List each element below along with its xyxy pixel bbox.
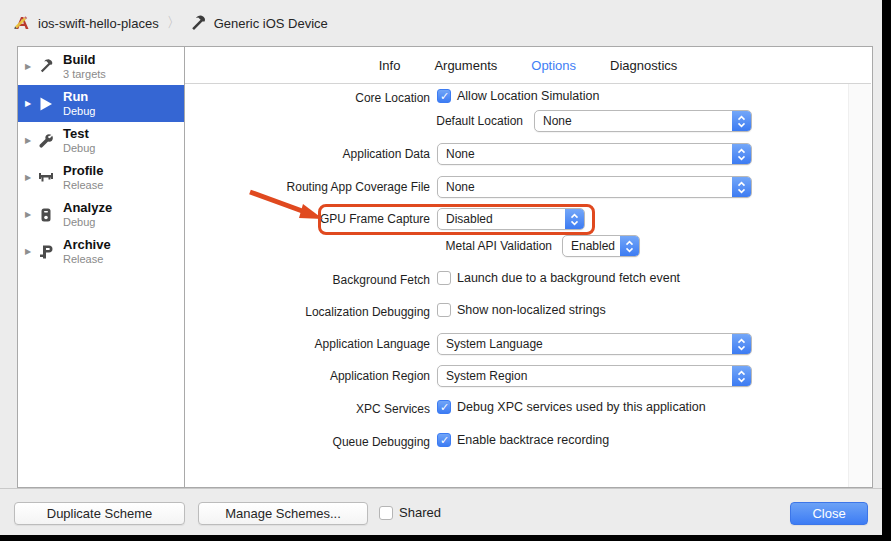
tab-options[interactable]: Options [531, 58, 576, 73]
duplicate-scheme-button[interactable]: Duplicate Scheme [14, 502, 185, 525]
scrollbar-track[interactable] [848, 84, 871, 487]
popup-value: Enabled [563, 239, 620, 253]
scheme-breadcrumb: ios-swift-hello-places 〉 Generic iOS Dev… [0, 0, 882, 46]
application-data-popup[interactable]: None [437, 143, 752, 165]
shared-checkbox[interactable] [379, 506, 393, 520]
window-chrome: ios-swift-hello-places 〉 Generic iOS Dev… [0, 0, 882, 535]
disclosure-triangle-icon[interactable]: ▶ [21, 136, 35, 145]
sidebar-item-title: Analyze [63, 201, 112, 216]
application-language-popup[interactable]: System Language [437, 333, 752, 355]
manage-schemes-button[interactable]: Manage Schemes... [198, 502, 368, 525]
checkbox-row-queue-debugging: Enable backtrace recording [437, 433, 609, 447]
scheme-editor-window: ios-swift-hello-places 〉 Generic iOS Dev… [0, 0, 891, 541]
checkbox-label: Enable backtrace recording [457, 433, 609, 447]
popup-value: System Region [438, 369, 732, 383]
destination-name: Generic iOS Device [214, 16, 328, 31]
routing-app-coverage-popup[interactable]: None [437, 176, 752, 198]
popup-stepper-icon [732, 334, 751, 354]
options-pane: Info Arguments Options Diagnostics Core … [185, 46, 873, 488]
background-fetch-checkbox[interactable] [437, 271, 451, 285]
sidebar-item-archive[interactable]: ▶ Archive Release [18, 233, 184, 270]
field-label-metal-api-validation: Metal API Validation [322, 238, 552, 254]
popup-stepper-icon [732, 111, 751, 131]
hammer-icon [35, 56, 57, 78]
disclosure-triangle-icon[interactable]: ▶ [21, 99, 35, 108]
sidebar-item-build[interactable]: ▶ Build 3 targets [18, 48, 184, 85]
close-button[interactable]: Close [790, 502, 868, 525]
field-label-routing-app-coverage: Routing App Coverage File [200, 179, 430, 195]
shared-checkbox-row: Shared [379, 505, 441, 520]
sidebar-item-subtitle: Release [63, 253, 111, 266]
sidebar-item-title: Archive [63, 238, 111, 253]
popup-value: Disabled [438, 212, 565, 226]
field-label-default-location: Default Location [293, 113, 523, 129]
checkbox-row-localization-debugging: Show non-localized strings [437, 303, 606, 317]
field-label-background-fetch: Background Fetch [200, 272, 430, 288]
sidebar-item-profile[interactable]: ▶ Profile Release [18, 159, 184, 196]
checkbox-row-background-fetch: Launch due to a background fetch event [437, 271, 680, 285]
popup-value: None [535, 114, 732, 128]
sidebar-item-title: Test [63, 127, 95, 142]
checkbox-row-xpc-services: Debug XPC services used by this applicat… [437, 400, 706, 414]
checkbox-label: Allow Location Simulation [457, 89, 599, 103]
sidebar-item-test[interactable]: ▶ Test Debug [18, 122, 184, 159]
sidebar-item-title: Profile [63, 164, 103, 179]
metal-api-validation-popup[interactable]: Enabled [562, 235, 640, 257]
field-label-application-data: Application Data [200, 146, 430, 162]
tab-diagnostics[interactable]: Diagnostics [610, 58, 677, 73]
scheme-name: ios-swift-hello-places [38, 16, 159, 31]
field-label-application-language: Application Language [200, 336, 430, 352]
popup-value: System Language [438, 337, 732, 351]
sidebar-item-analyze[interactable]: ▶ Analyze Debug [18, 196, 184, 233]
field-label-core-location: Core Location [200, 90, 430, 106]
checkbox-row-core-location: Allow Location Simulation [437, 89, 599, 103]
popup-stepper-icon [732, 144, 751, 164]
analyze-icon [35, 204, 57, 226]
field-label-application-region: Application Region [200, 368, 430, 384]
sidebar-item-title: Run [63, 90, 95, 105]
hammer-icon [189, 14, 208, 33]
show-non-localized-strings-checkbox[interactable] [437, 303, 451, 317]
disclosure-triangle-icon[interactable]: ▶ [21, 62, 35, 71]
disclosure-triangle-icon[interactable]: ▶ [21, 247, 35, 256]
enable-backtrace-recording-checkbox[interactable] [437, 433, 451, 447]
play-icon [35, 93, 57, 115]
checkbox-label: Launch due to a background fetch event [457, 271, 680, 285]
popup-stepper-icon [732, 366, 751, 386]
gauge-icon [35, 167, 57, 189]
gpu-frame-capture-popup[interactable]: Disabled [437, 208, 585, 230]
application-region-popup[interactable]: System Region [437, 365, 752, 387]
allow-location-simulation-checkbox[interactable] [437, 89, 451, 103]
tab-arguments[interactable]: Arguments [434, 58, 497, 73]
field-label-gpu-frame-capture: GPU Frame Capture [200, 211, 430, 227]
field-label-xpc-services: XPC Services [200, 401, 430, 417]
shared-label: Shared [399, 505, 441, 520]
sidebar-item-subtitle: 3 targets [63, 68, 106, 81]
sidebar-item-subtitle: Debug [63, 105, 95, 118]
sidebar-item-subtitle: Debug [63, 216, 112, 229]
breadcrumb-separator: 〉 [167, 14, 181, 32]
checkbox-label: Debug XPC services used by this applicat… [457, 400, 706, 414]
archive-icon [35, 241, 57, 263]
sidebar-item-subtitle: Debug [63, 142, 95, 155]
disclosure-triangle-icon[interactable]: ▶ [21, 210, 35, 219]
tab-info[interactable]: Info [379, 58, 401, 73]
scheme-actions-sidebar: ▶ Build 3 targets ▶ Run Debug [17, 46, 185, 488]
wrench-icon [35, 130, 57, 152]
popup-value: None [438, 180, 732, 194]
field-label-localization-debugging: Localization Debugging [200, 304, 430, 320]
debug-xpc-services-checkbox[interactable] [437, 400, 451, 414]
popup-value: None [438, 147, 732, 161]
sidebar-item-subtitle: Release [63, 179, 103, 192]
popup-stepper-icon [620, 236, 639, 256]
field-label-queue-debugging: Queue Debugging [200, 434, 430, 450]
disclosure-triangle-icon[interactable]: ▶ [21, 173, 35, 182]
sidebar-item-title: Build [63, 53, 106, 68]
dialog-footer: Duplicate Scheme Manage Schemes... Share… [0, 488, 882, 535]
checkbox-label: Show non-localized strings [457, 303, 606, 317]
app-logo-icon [12, 13, 32, 33]
default-location-popup[interactable]: None [534, 110, 752, 132]
popup-stepper-icon [565, 209, 584, 229]
tab-bar: Info Arguments Options Diagnostics [185, 47, 871, 84]
sidebar-item-run[interactable]: ▶ Run Debug [18, 85, 184, 122]
